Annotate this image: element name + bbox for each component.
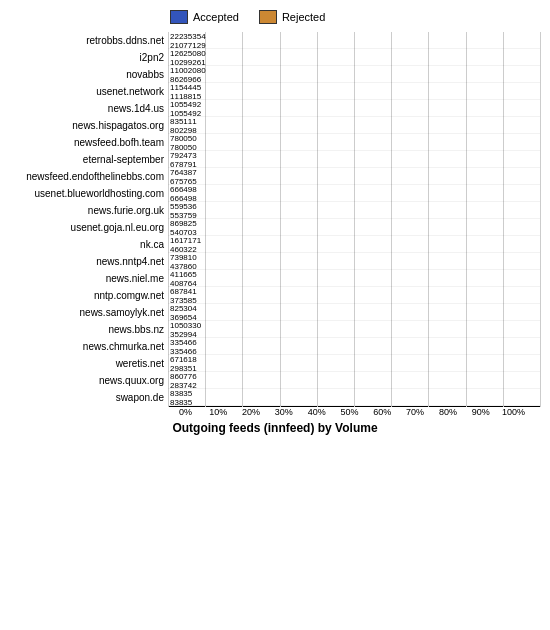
chart-title: Outgoing feeds (innfeed) by Volume: [10, 421, 540, 435]
y-label: newsfeed.endofthelinebbs.com: [10, 168, 168, 185]
legend-rejected: Rejected: [259, 10, 325, 24]
y-label: news.furie.org.uk: [10, 202, 168, 219]
x-tick-label: 10%: [202, 407, 235, 417]
bar-row: 739810437860: [168, 253, 540, 270]
y-label: news.1d4.us: [10, 100, 168, 117]
y-label: nk.ca: [10, 236, 168, 253]
bar-row: 110020808626966: [168, 66, 540, 83]
bar-row: 2223535421077129: [168, 32, 540, 49]
y-label: usenet.network: [10, 83, 168, 100]
x-tick-label: 40%: [300, 407, 333, 417]
bar-row: 666498666498: [168, 185, 540, 202]
y-label: swapon.de: [10, 389, 168, 406]
bar-row: 687841373585: [168, 287, 540, 304]
y-label: nntp.comgw.net: [10, 287, 168, 304]
x-tick-label: 100%: [497, 407, 530, 417]
y-label: i2pn2: [10, 49, 168, 66]
y-label: usenet.goja.nl.eu.org: [10, 219, 168, 236]
bar-row: 559536553759: [168, 202, 540, 219]
legend-accepted-box: [170, 10, 188, 24]
bar-row: 10554921055492: [168, 100, 540, 117]
x-tick-label: 30%: [267, 407, 300, 417]
x-tick-label: 0%: [169, 407, 202, 417]
y-labels: retrobbs.ddns.neti2pn2novabbsusenet.netw…: [10, 32, 168, 407]
bar-row: 835111802298: [168, 117, 540, 134]
bar-row: 780050780050: [168, 134, 540, 151]
bar-row: 792473678791: [168, 151, 540, 168]
y-label: news.niel.me: [10, 270, 168, 287]
y-label: news.hispagatos.org: [10, 117, 168, 134]
bar-row: 1617171460322: [168, 236, 540, 253]
y-label: news.bbs.nz: [10, 321, 168, 338]
y-label: weretis.net: [10, 355, 168, 372]
y-label: news.samoylyk.net: [10, 304, 168, 321]
legend-rejected-box: [259, 10, 277, 24]
x-tick-label: 50%: [333, 407, 366, 417]
x-tick-label: 20%: [235, 407, 268, 417]
bar-row: 1050330352994: [168, 321, 540, 338]
bar-row: 671618298351: [168, 355, 540, 372]
x-tick-label: 70%: [399, 407, 432, 417]
y-label: usenet.blueworldhosting.com: [10, 185, 168, 202]
bar-row: 860776283742: [168, 372, 540, 389]
bar-row: 764387675765: [168, 168, 540, 185]
bar-row: 11544451118815: [168, 83, 540, 100]
x-tick-label: 90%: [464, 407, 497, 417]
y-label: eternal-september: [10, 151, 168, 168]
y-label: news.quux.org: [10, 372, 168, 389]
y-label: news.chmurka.net: [10, 338, 168, 355]
x-axis: 0%10%20%30%40%50%60%70%80%90%100%: [169, 407, 530, 417]
bar-value-label: 8383583835: [168, 389, 192, 408]
y-label: novabbs: [10, 66, 168, 83]
bar-row: 411665408764: [168, 270, 540, 287]
legend-accepted: Accepted: [170, 10, 239, 24]
bar-row: 869825540703: [168, 219, 540, 236]
y-label: newsfeed.bofh.team: [10, 134, 168, 151]
x-tick-label: 80%: [432, 407, 465, 417]
chart-container: Accepted Rejected retrobbs.ddns.neti2pn2…: [0, 0, 550, 630]
bar-row: 335466335466: [168, 338, 540, 355]
chart-area: retrobbs.ddns.neti2pn2novabbsusenet.netw…: [10, 32, 540, 407]
legend-accepted-label: Accepted: [193, 11, 239, 23]
bar-row: 1262508010299261: [168, 49, 540, 66]
legend-rejected-label: Rejected: [282, 11, 325, 23]
x-tick-label: 60%: [366, 407, 399, 417]
bar-row: 825304369654: [168, 304, 540, 321]
bars-container: 2223535421077129126250801029926111002080…: [168, 32, 540, 407]
y-label: news.nntp4.net: [10, 253, 168, 270]
y-label: retrobbs.ddns.net: [10, 32, 168, 49]
legend: Accepted Rejected: [10, 10, 540, 24]
bar-row: 8383583835: [168, 389, 540, 406]
